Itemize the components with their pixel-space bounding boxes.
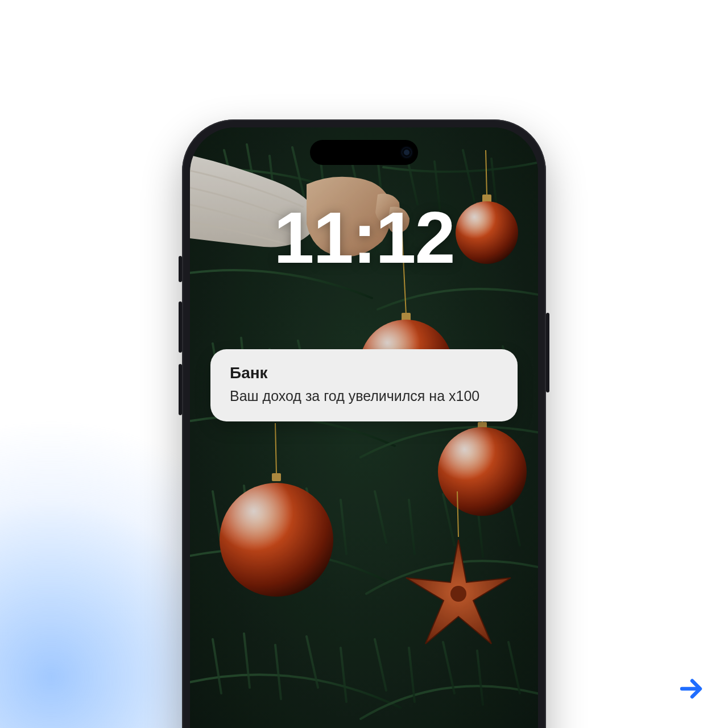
lockscreen-clock: 11:12: [190, 201, 538, 274]
next-arrow-button[interactable]: [675, 672, 708, 705]
notification-app-name: Банк: [230, 364, 498, 382]
dynamic-island: [310, 140, 418, 165]
front-camera-icon: [402, 148, 411, 157]
phone-power-button: [546, 313, 549, 392]
notification-card[interactable]: Банк Ваш доход за год увеличился на х100: [210, 349, 518, 421]
notification-message: Ваш доход за год увеличился на х100: [230, 388, 498, 404]
arrow-right-icon: [677, 675, 705, 702]
phone-silent-switch: [179, 256, 182, 282]
phone-volume-down: [179, 364, 182, 415]
phone-mockup: 11:12 Банк Ваш доход за год увеличился н…: [182, 119, 546, 728]
phone-volume-up: [179, 301, 182, 353]
